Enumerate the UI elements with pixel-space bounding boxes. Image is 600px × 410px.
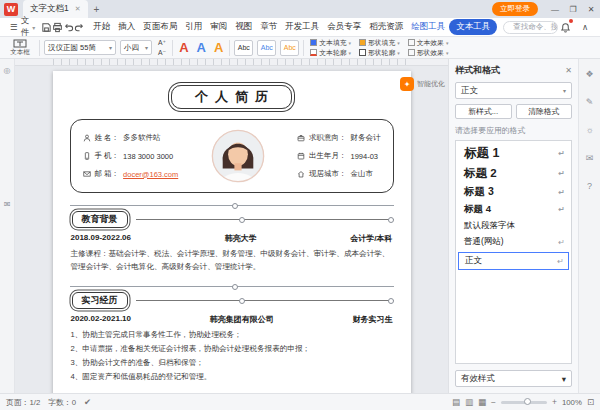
style-item-heading4[interactable]: 标题 4 ↵ — [456, 201, 571, 218]
horizontal-ruler[interactable] — [15, 59, 448, 66]
style-item-body-selected[interactable]: 正文 ↵ — [458, 252, 569, 270]
zoom-in-button[interactable]: + — [552, 397, 557, 407]
minimize-button[interactable]: — — [546, 3, 564, 16]
font-size-select[interactable]: 小四 ▾ — [120, 40, 152, 55]
grow-font-button[interactable]: A⁺ — [156, 38, 168, 47]
internship-section-header[interactable]: 实习经历 — [70, 292, 394, 309]
zoom-out-button[interactable]: − — [491, 397, 496, 407]
panel-close-icon[interactable]: ✕ — [565, 66, 572, 75]
tab-page-layout[interactable]: 页面布局 — [139, 19, 181, 35]
zoom-slider[interactable] — [501, 401, 547, 404]
wordart-style-orange-button[interactable]: A — [212, 40, 225, 55]
spellcheck-icon[interactable]: ✔ — [84, 397, 91, 407]
document-page[interactable]: 个人简历 姓 名： 多多软件站 手 机： 138 3000 3000 — [53, 71, 411, 393]
education-section-header[interactable]: 教育背景 — [70, 211, 394, 228]
new-tab-button[interactable]: + — [88, 4, 106, 15]
eye-protection-icon[interactable]: ☼ — [583, 123, 597, 137]
command-search-input[interactable]: 查找命令、搜索模板 — [503, 21, 558, 34]
wordart-style-red-button[interactable]: A — [177, 40, 190, 55]
fit-page-icon[interactable]: ⊡ — [587, 397, 594, 407]
text-style-preset-1[interactable]: Abc — [234, 40, 253, 56]
zoom-slider-thumb[interactable] — [524, 398, 531, 405]
person-icon — [83, 134, 91, 142]
education-heading[interactable]: 教育背景 — [72, 211, 128, 228]
email-value[interactable]: docer@163.com — [123, 170, 178, 179]
tab-review[interactable]: 审阅 — [206, 19, 231, 35]
wps-logo[interactable]: W — [4, 3, 18, 16]
tab-close-icon[interactable]: ✕ — [75, 5, 81, 13]
new-style-button[interactable]: 新样式... — [455, 104, 512, 119]
help-icon[interactable]: ? — [583, 179, 597, 193]
internship-list[interactable]: 1、协助主管完成日常事务性工作，协助处理税务； 2、申请票据，准备相关凭证会计报… — [71, 328, 393, 384]
style-item-default-font[interactable]: 默认段落字体 — [456, 218, 571, 234]
shape-fill-button[interactable]: 形状填充 ▾ — [357, 38, 402, 47]
name-value: 多多软件站 — [123, 133, 161, 143]
skin-icon[interactable]: ❖ — [583, 67, 597, 81]
notifications-bell-icon[interactable] — [558, 20, 572, 34]
resume-info-box[interactable]: 姓 名： 多多软件站 手 机： 138 3000 3000 邮 箱： docer… — [70, 119, 394, 193]
shrink-font-button[interactable]: A⁻ — [156, 48, 168, 57]
print-icon[interactable] — [52, 20, 63, 34]
internship-row[interactable]: 2020.02-2021.10 韩亮集团有限公司 财务实习生 — [71, 314, 393, 325]
tab-text-tools[interactable]: 文本工具 — [449, 19, 497, 35]
feedback-icon[interactable]: ✉ — [583, 151, 597, 165]
section-divider[interactable] — [70, 286, 394, 287]
section-line[interactable] — [136, 300, 394, 301]
edit-tools-icon[interactable]: ✎ — [583, 95, 597, 109]
clear-format-button[interactable]: 清除格式 — [516, 104, 573, 119]
web-view-icon[interactable]: ▥ — [465, 397, 473, 407]
text-style-preset-2[interactable]: Abc — [257, 40, 276, 56]
wordart-style-blue-button[interactable]: A — [195, 40, 208, 55]
file-menu[interactable]: ☰ 文件 ▾ — [4, 15, 41, 39]
collapse-ribbon-icon[interactable]: ∧ — [578, 20, 592, 34]
show-styles-select[interactable]: 有效样式 ▾ — [455, 370, 572, 387]
page-indicator[interactable]: 页面：1/2 — [6, 397, 40, 408]
style-item-heading2[interactable]: 标题 2 ↵ — [456, 164, 571, 183]
insert-textbox-button[interactable]: 文本框 — [5, 38, 35, 58]
profile-photo[interactable] — [211, 129, 265, 183]
shape-effect-button[interactable]: 形状效果 ▾ — [406, 48, 451, 57]
redo-icon[interactable] — [74, 20, 85, 34]
selection-pane-icon[interactable]: ◎ — [0, 63, 14, 77]
current-style-select[interactable]: 正文 ▾ — [455, 82, 572, 99]
resume-title[interactable]: 个人简历 — [171, 85, 292, 109]
education-courses[interactable]: 主修课程：基础会计学、税法、会计学原理、财务管理、中级财务会计、审计学、成本会计… — [71, 247, 393, 274]
zoom-level[interactable]: 100% — [562, 398, 582, 407]
tab-drawing-tools[interactable]: 绘图工具 — [407, 19, 449, 35]
style-item-heading3[interactable]: 标题 3 ↵ — [456, 183, 571, 201]
close-button[interactable]: ✕ — [582, 3, 600, 16]
ribbon-tabs: 开始 插入 页面布局 引用 审阅 视图 章节 开发工具 会员专享 稻壳资源 绘图… — [89, 19, 497, 35]
tab-section[interactable]: 章节 — [256, 19, 281, 35]
login-button[interactable]: 立即登录 — [492, 2, 538, 16]
tab-home[interactable]: 开始 — [89, 19, 114, 35]
text-style-preset-3[interactable]: Abc — [280, 40, 299, 56]
document-canvas[interactable]: ✦ 智能优化 个人简历 姓 名： 多多软件站 手 机： — [15, 59, 448, 393]
section-divider[interactable] — [70, 205, 394, 206]
intent-row: 求职意向： 财务会计 — [297, 133, 381, 143]
page-view-icon[interactable]: ▤ — [452, 397, 460, 407]
tab-developer[interactable]: 开发工具 — [281, 19, 323, 35]
tab-references[interactable]: 引用 — [181, 19, 206, 35]
smart-optimize-button[interactable]: ✦ 智能优化 — [400, 77, 445, 91]
text-outline-button[interactable]: 文本轮廓 ▾ — [308, 48, 353, 57]
internship-heading[interactable]: 实习经历 — [72, 292, 128, 309]
tab-insert[interactable]: 插入 — [114, 19, 139, 35]
comment-icon[interactable]: ✉ — [0, 197, 14, 211]
tab-view[interactable]: 视图 — [231, 19, 256, 35]
save-icon[interactable] — [41, 20, 52, 34]
outline-view-icon[interactable]: ▦ — [478, 397, 486, 407]
undo-icon[interactable] — [63, 20, 74, 34]
tab-docer[interactable]: 稻壳资源 — [365, 19, 407, 35]
education-row[interactable]: 2018.09-2022.06 韩亮大学 会计学/本科 — [71, 233, 393, 244]
font-family-select[interactable]: 汉仪正圆 55简 ▾ — [44, 40, 116, 55]
maximize-button[interactable]: ❐ — [564, 3, 582, 16]
chevron-down-icon: ▾ — [32, 24, 35, 31]
word-count[interactable]: 字数：0 — [48, 397, 76, 408]
text-fill-button[interactable]: 文本填充 ▾ — [308, 38, 353, 47]
style-item-heading1[interactable]: 标题 1 ↵ — [456, 143, 571, 164]
tab-member[interactable]: 会员专享 — [323, 19, 365, 35]
style-item-normal-web[interactable]: 普通(网站) ↵ — [456, 234, 571, 250]
shape-outline-button[interactable]: 形状轮廓 ▾ — [357, 48, 402, 57]
text-effect-button[interactable]: 文本效果 ▾ — [406, 38, 451, 47]
section-line[interactable] — [136, 219, 394, 220]
